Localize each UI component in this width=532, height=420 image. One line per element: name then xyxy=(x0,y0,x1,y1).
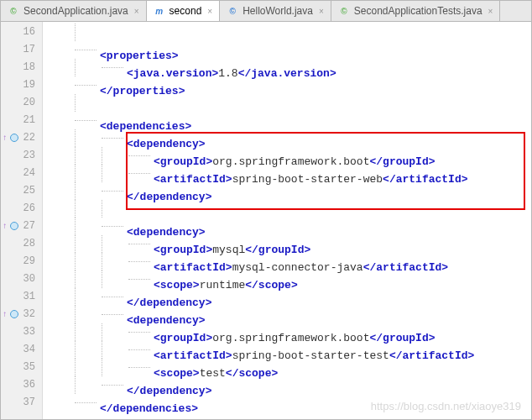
indent-guide xyxy=(73,288,100,306)
line-number: 26 xyxy=(1,200,42,218)
line-number: 21 xyxy=(1,112,42,129)
indent-guide xyxy=(46,182,73,200)
indent-guide xyxy=(73,376,100,394)
code-line[interactable]: <java.version>1.8</java.version> xyxy=(46,59,531,76)
line-number: 33 xyxy=(1,323,42,341)
indent-guide xyxy=(73,235,100,253)
code-line[interactable]: <properties> xyxy=(46,41,531,59)
editor-tabbar: ©SecondApplication.java×msecond×©HelloWo… xyxy=(1,1,531,22)
token-punct: > xyxy=(191,402,198,415)
code-line[interactable]: </dependencies> xyxy=(46,394,531,412)
indent-guide xyxy=(46,165,73,182)
gutter-marker-icon[interactable] xyxy=(10,134,18,142)
token-punct: > xyxy=(291,279,298,291)
indent-guide xyxy=(73,94,100,112)
token-tag: java.version xyxy=(251,67,330,80)
token-punct: > xyxy=(226,173,232,186)
code-line[interactable]: <groupId>mysql</groupId> xyxy=(46,235,531,253)
line-number: 20 xyxy=(1,94,42,112)
tab-1[interactable]: msecond× xyxy=(147,1,221,21)
line-number: 17 xyxy=(1,41,42,59)
line-number: 29 xyxy=(1,253,42,270)
code-line[interactable]: <dependencies> xyxy=(46,112,531,129)
indent-guide xyxy=(73,341,100,359)
indent-guide xyxy=(73,200,100,218)
file-type-icon: m xyxy=(154,5,165,17)
code-line[interactable]: <groupId>org.springframework.boot</group… xyxy=(46,147,531,165)
file-type-icon: © xyxy=(8,5,19,17)
token-tag: scope xyxy=(238,367,271,380)
token-tag: scope xyxy=(258,279,291,291)
indent-guide xyxy=(46,129,73,147)
line-number: 36 xyxy=(1,376,42,394)
code-line[interactable]: <artifactId>mysql-connector-java</artifa… xyxy=(46,253,531,270)
indent-guide xyxy=(127,359,154,376)
gutter-marker-icon[interactable] xyxy=(10,310,18,318)
token-punct: > xyxy=(206,385,212,397)
code-line[interactable] xyxy=(46,24,531,41)
code-line[interactable]: <scope>runtime</scope> xyxy=(46,270,531,288)
token-tag: dependencies xyxy=(113,402,192,415)
tab-2[interactable]: ©HelloWorld.java× xyxy=(220,1,331,21)
line-number: 32↑ xyxy=(1,306,42,323)
indent-guide xyxy=(46,76,73,94)
indent-guide xyxy=(100,218,127,235)
code-line[interactable]: <dependency> xyxy=(46,218,531,235)
close-icon[interactable]: × xyxy=(319,7,324,16)
indent-guide xyxy=(46,112,73,129)
close-icon[interactable]: × xyxy=(134,7,139,16)
indent-guide xyxy=(46,359,73,376)
indent-guide xyxy=(73,165,100,182)
indent-guide xyxy=(100,376,127,394)
indent-guide xyxy=(73,76,100,94)
code-line[interactable]: <dependency> xyxy=(46,129,531,147)
code-line[interactable]: </dependency> xyxy=(46,376,531,394)
gutter-arrow-icon: ↑ xyxy=(3,129,8,147)
indent-guide xyxy=(73,323,100,341)
code-line[interactable]: <artifactId>spring-boot-starter-web</art… xyxy=(46,165,531,182)
code-area[interactable]: https://blog.csdn.net/xiaoye319 <propert… xyxy=(43,22,531,419)
token-tag: artifactId xyxy=(376,261,441,274)
indent-guide xyxy=(46,147,73,165)
token-punct: </ xyxy=(363,261,377,274)
indent-guide xyxy=(73,253,100,270)
code-line[interactable]: <artifactId>spring-boot-starter-test</ar… xyxy=(46,341,531,359)
indent-guide xyxy=(46,376,73,394)
line-number: 30 xyxy=(1,270,42,288)
token-punct: > xyxy=(271,367,278,380)
tab-3[interactable]: ©SecondApplicationTests.java× xyxy=(331,1,501,21)
token-punct: > xyxy=(206,191,212,203)
tab-label: SecondApplicationTests.java xyxy=(354,5,482,17)
indent-guide xyxy=(46,394,73,412)
code-line[interactable]: <groupId>org.springframework.boot</group… xyxy=(46,323,531,341)
line-number: 24 xyxy=(1,165,42,182)
indent-guide xyxy=(100,323,127,341)
indent-guide xyxy=(46,24,73,41)
line-number: 23 xyxy=(1,147,42,165)
tab-0[interactable]: ©SecondApplication.java× xyxy=(1,1,147,21)
indent-guide xyxy=(100,129,127,147)
code-line[interactable] xyxy=(46,200,531,218)
token-tag: artifactId xyxy=(396,173,462,186)
indent-guide xyxy=(73,129,100,147)
indent-guide xyxy=(73,112,100,129)
line-number-gutter: 16171819202122↑2324252627↑2829303132↑333… xyxy=(1,22,43,419)
gutter-marker-icon[interactable] xyxy=(10,222,18,230)
token-punct: </ xyxy=(389,349,403,362)
token-tag: properties xyxy=(113,85,179,97)
close-icon[interactable]: × xyxy=(488,7,493,16)
token-punct: > xyxy=(462,173,468,186)
line-number: 35 xyxy=(1,359,42,376)
token-punct: > xyxy=(330,67,336,80)
indent-guide xyxy=(100,182,127,200)
indent-guide xyxy=(46,59,73,76)
code-line[interactable]: <dependency> xyxy=(46,306,531,323)
close-icon[interactable]: × xyxy=(207,7,212,16)
indent-guide xyxy=(100,288,127,306)
indent-guide xyxy=(127,235,154,253)
indent-guide xyxy=(100,200,127,218)
tab-label: second xyxy=(170,5,202,17)
indent-guide xyxy=(100,235,127,253)
indent-guide xyxy=(73,182,100,200)
gutter-arrow-icon: ↑ xyxy=(3,306,8,323)
